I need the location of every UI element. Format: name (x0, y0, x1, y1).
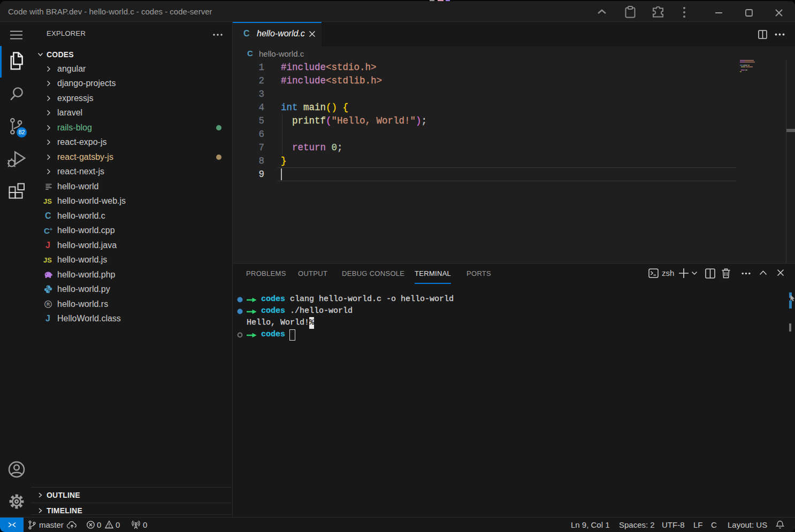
svg-text:R: R (47, 302, 50, 307)
